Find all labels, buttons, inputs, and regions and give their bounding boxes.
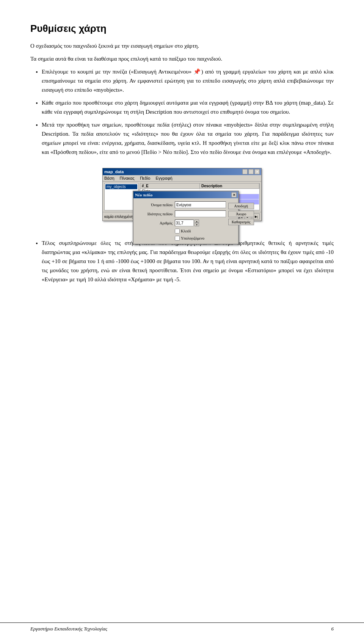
- calc-checkbox[interactable]: [175, 236, 180, 241]
- calc-checkbox-row: Υπολογιζόμενο: [175, 236, 226, 241]
- spin-buttons: ▲ ▼: [195, 220, 199, 226]
- minimize-button[interactable]: _: [242, 169, 248, 174]
- dialog-action-buttons: Αποδοχή Άκυρο Καθαρισμός: [228, 203, 254, 225]
- page-title: Ρυθμίσεις χάρτη: [30, 23, 334, 34]
- intro-para-1: Ο σχεδιασμός του παιχνιδιού ξεκινά με τη…: [30, 41, 334, 50]
- accept-button[interactable]: Αποδοχή: [228, 203, 254, 209]
- field-name-label: Όνομα πεδίου: [136, 203, 173, 207]
- checkbox-row: Κλειδί: [175, 229, 226, 234]
- close-button[interactable]: ✕: [254, 169, 260, 174]
- locked-checkbox-label: Κλειδί: [175, 229, 191, 234]
- footer-left: Εργαστήριο Εκπαιδευτικής Τεχνολογίας: [30, 626, 107, 632]
- window-title-buttons: _ □ ✕: [242, 169, 260, 174]
- clear-button[interactable]: Καθαρισμός: [228, 219, 254, 225]
- spin-down-button[interactable]: ▼: [195, 223, 199, 226]
- page-footer: Εργαστήριο Εκπαιδευτικής Τεχνολογίας 6: [0, 622, 364, 635]
- window-menubar: Βάση Πίνακας Πεδίο Εγγραφή: [103, 175, 261, 182]
- properties-row: Ιδιότητες πεδίου: [136, 210, 226, 217]
- new-field-dialog: Νέο πεδίο ✕ Όνομα πεδίου Ιδιότητ: [133, 191, 239, 245]
- intro-para-2: Τα σημεία αυτά θα είναι τα διαθέσιμα προ…: [30, 54, 334, 63]
- window-titlebar: map_data _ □ ✕: [103, 168, 261, 175]
- dialog-title: Νέο πεδίο: [135, 193, 152, 197]
- dialog-titlebar: Νέο πεδίο ✕: [133, 191, 238, 198]
- footer-right: 6: [331, 626, 334, 632]
- menu-table[interactable]: Πίνακας: [120, 176, 135, 180]
- properties-input[interactable]: [175, 210, 226, 217]
- calc-checkbox-label: Υπολογιζόμενο: [175, 236, 204, 241]
- menu-record[interactable]: Εγγραφή: [155, 176, 172, 180]
- locked-checkbox[interactable]: [175, 229, 180, 234]
- calc-label-text: Υπολογιζόμενο: [181, 236, 204, 240]
- figure-window: map_data _ □ ✕ Βάση Πίνακας Πεδίο Εγγραφ…: [102, 168, 262, 221]
- bullet-item-3: Μετά την προσθήκη των σημείων, προσθέτου…: [42, 120, 334, 157]
- bullet-list-2: Τέλος συμπληρώνουμε όλες τις στήλες-πεδί…: [42, 238, 334, 284]
- spin-up-button[interactable]: ▲: [195, 220, 199, 223]
- number-label: Αριθμός: [136, 221, 173, 225]
- menu-base[interactable]: Βάση: [104, 176, 115, 180]
- maximize-button[interactable]: □: [248, 169, 254, 174]
- bullet-list-1: Επιλέγουμε το κουμπί με την πινέζα («Εισ…: [42, 67, 334, 157]
- col-header-1: #_E: [140, 183, 200, 188]
- window-title: map_data: [104, 169, 124, 174]
- cancel-button[interactable]: Άκυρο: [228, 211, 254, 217]
- menu-field[interactable]: Πεδίο: [140, 176, 151, 180]
- bullet-item-1: Επιλέγουμε το κουμπί με την πινέζα («Εισ…: [42, 67, 334, 94]
- dialog-body: Όνομα πεδίου Ιδιότητες πεδίου Αριθμός: [133, 198, 238, 244]
- number-input-area: ▲ ▼: [175, 220, 199, 226]
- field-name-row: Όνομα πεδίου: [136, 201, 226, 208]
- figure-container: map_data _ □ ✕ Βάση Πίνακας Πεδίο Εγγραφ…: [30, 168, 334, 231]
- table-header: #_E Description: [140, 183, 259, 189]
- bullet-item-2: Κάθε σημείο που προσθέτουμε στο χάρτη δη…: [42, 98, 334, 116]
- bullet-item-final: Τέλος συμπληρώνουμε όλες τις στήλες-πεδί…: [42, 238, 334, 284]
- number-input[interactable]: [175, 220, 194, 226]
- nav-last-button[interactable]: ▶|: [253, 213, 260, 220]
- locked-label-text: Κλειδί: [181, 229, 191, 233]
- col-header-2: Description: [200, 183, 259, 188]
- dialog-box: Νέο πεδίο ✕ Όνομα πεδίου Ιδιότητ: [133, 191, 239, 245]
- dialog-close-button[interactable]: ✕: [231, 192, 237, 198]
- properties-label: Ιδιότητες πεδίου: [136, 212, 173, 216]
- left-panel-myobjects[interactable]: my_objects: [105, 184, 137, 189]
- field-name-input[interactable]: [175, 201, 226, 208]
- number-row: Αριθμός ▲ ▼: [136, 220, 226, 226]
